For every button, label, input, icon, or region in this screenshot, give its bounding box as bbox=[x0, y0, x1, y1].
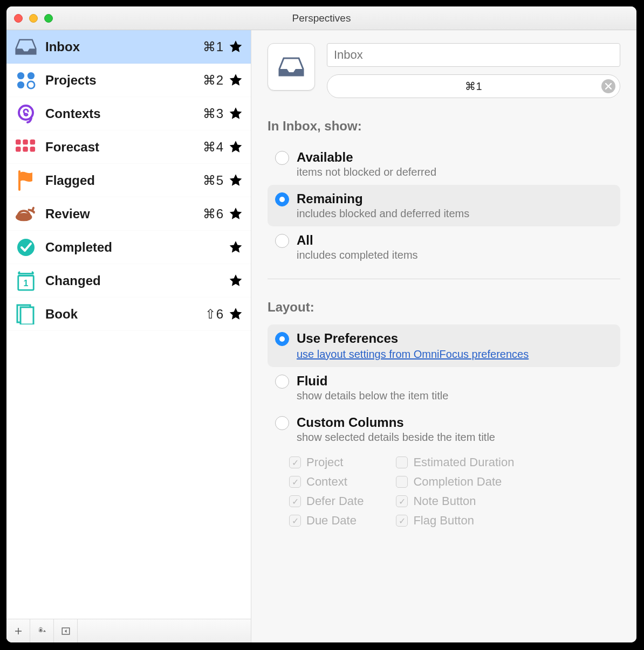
column-checkbox-flag-button[interactable]: Flag Button bbox=[396, 514, 514, 528]
perspective-item-inbox[interactable]: Inbox ⌘1 bbox=[6, 30, 251, 64]
review-icon bbox=[14, 203, 38, 225]
favorite-star-icon[interactable] bbox=[228, 39, 243, 54]
checkbox-label: Completion Date bbox=[413, 475, 502, 489]
checkbox-label: Defer Date bbox=[306, 494, 364, 508]
radio-button[interactable] bbox=[275, 192, 289, 206]
svg-rect-6 bbox=[23, 139, 28, 144]
option-desc: show selected details beside the item ti… bbox=[297, 431, 495, 444]
favorite-star-icon[interactable] bbox=[228, 73, 243, 88]
add-perspective-button[interactable] bbox=[6, 619, 30, 642]
inbox-icon bbox=[14, 36, 38, 58]
checkbox-label: Flag Button bbox=[413, 514, 474, 528]
perspective-item-completed[interactable]: Completed bbox=[6, 231, 251, 264]
column-checkbox-due-date[interactable]: Due Date bbox=[289, 514, 364, 528]
perspectives-window: Perspectives Inbox ⌘1 Projects ⌘2 Contex… bbox=[6, 6, 636, 642]
perspective-item-projects[interactable]: Projects ⌘2 bbox=[6, 64, 251, 97]
option-desc: items not blocked or deferred bbox=[297, 166, 436, 178]
favorite-star-icon[interactable] bbox=[228, 173, 243, 188]
svg-point-13 bbox=[17, 239, 35, 256]
layout-option-custom-columns[interactable]: Custom Columnsshow selected details besi… bbox=[268, 409, 620, 450]
show-option-all[interactable]: All includes completed items bbox=[268, 226, 620, 268]
radio-button[interactable] bbox=[275, 375, 289, 389]
perspective-item-label: Review bbox=[45, 206, 203, 222]
favorite-star-icon[interactable] bbox=[228, 307, 243, 322]
option-desc: includes blocked and deferred items bbox=[297, 208, 469, 220]
svg-rect-17 bbox=[20, 307, 33, 324]
layout-option-use-preferences[interactable]: Use Preferencesuse layout settings from … bbox=[268, 324, 620, 367]
inbox-icon bbox=[278, 56, 304, 78]
changed-icon: 1 bbox=[14, 270, 38, 292]
checkbox-label: Estimated Duration bbox=[413, 455, 514, 469]
checkbox-label: Project bbox=[306, 455, 343, 469]
favorite-star-icon[interactable] bbox=[228, 106, 243, 121]
shortcut-value: ⌘1 bbox=[465, 80, 482, 93]
forecast-icon bbox=[14, 136, 38, 158]
checkbox-icon bbox=[289, 515, 301, 527]
perspective-item-shortcut: ⌘2 bbox=[203, 73, 224, 88]
option-title: Remaining bbox=[297, 191, 469, 206]
option-link[interactable]: use layout settings from OmniFocus prefe… bbox=[297, 348, 529, 361]
radio-button[interactable] bbox=[275, 332, 289, 346]
checkbox-icon bbox=[396, 476, 408, 488]
divider bbox=[268, 279, 620, 279]
checkbox-label: Note Button bbox=[413, 494, 476, 508]
contexts-icon bbox=[14, 103, 38, 125]
perspective-item-label: Completed bbox=[45, 240, 224, 255]
svg-rect-10 bbox=[30, 147, 36, 152]
perspective-item-flagged[interactable]: Flagged ⌘5 bbox=[6, 164, 251, 197]
show-section-title: In Inbox, show: bbox=[268, 119, 620, 134]
svg-rect-5 bbox=[16, 139, 21, 144]
option-title: Custom Columns bbox=[297, 415, 495, 430]
radio-button[interactable] bbox=[275, 151, 289, 165]
collapse-sidebar-button[interactable] bbox=[54, 619, 78, 642]
sidebar-toolbar bbox=[6, 619, 251, 642]
clear-shortcut-button[interactable] bbox=[601, 79, 615, 93]
shortcut-field[interactable]: ⌘1 bbox=[327, 74, 620, 98]
svg-point-3 bbox=[28, 81, 35, 88]
option-desc: includes completed items bbox=[297, 249, 418, 261]
show-option-available[interactable]: Available items not blocked or deferred bbox=[268, 143, 620, 185]
checkbox-icon bbox=[289, 457, 301, 468]
option-desc: show details below the item title bbox=[297, 390, 448, 402]
radio-button[interactable] bbox=[275, 234, 289, 248]
column-checkbox-project[interactable]: Project bbox=[289, 455, 364, 469]
svg-rect-8 bbox=[16, 147, 21, 152]
column-checkbox-estimated-duration[interactable]: Estimated Duration bbox=[396, 455, 514, 469]
projects-icon bbox=[14, 70, 38, 91]
perspective-item-forecast[interactable]: Forecast ⌘4 bbox=[6, 130, 251, 164]
column-checkbox-context[interactable]: Context bbox=[289, 475, 364, 489]
svg-rect-9 bbox=[23, 147, 28, 152]
perspective-item-label: Projects bbox=[45, 73, 203, 88]
column-checkbox-completion-date[interactable]: Completion Date bbox=[396, 475, 514, 489]
perspective-item-label: Book bbox=[45, 307, 205, 322]
action-menu-button[interactable] bbox=[30, 619, 54, 642]
perspective-name-input[interactable] bbox=[327, 43, 620, 67]
perspective-item-review[interactable]: Review ⌘6 bbox=[6, 197, 251, 231]
column-checkbox-note-button[interactable]: Note Button bbox=[396, 494, 514, 508]
favorite-star-icon[interactable] bbox=[228, 273, 243, 288]
favorite-star-icon[interactable] bbox=[228, 240, 243, 255]
checkbox-icon bbox=[396, 495, 408, 507]
favorite-star-icon[interactable] bbox=[228, 206, 243, 222]
radio-button[interactable] bbox=[275, 416, 289, 430]
option-title: Fluid bbox=[297, 374, 448, 389]
checkbox-icon bbox=[289, 476, 301, 488]
perspective-item-shortcut: ⌘4 bbox=[203, 140, 224, 155]
perspective-icon-button[interactable] bbox=[268, 43, 315, 91]
show-option-remaining[interactable]: Remaining includes blocked and deferred … bbox=[268, 185, 620, 226]
checkbox-label: Context bbox=[306, 475, 347, 489]
svg-point-1 bbox=[28, 72, 35, 79]
option-title: Available bbox=[297, 150, 436, 165]
flagged-icon bbox=[14, 170, 38, 191]
perspective-item-label: Forecast bbox=[45, 140, 203, 155]
perspective-item-changed[interactable]: 1 Changed bbox=[6, 264, 251, 298]
favorite-star-icon[interactable] bbox=[228, 140, 243, 155]
perspective-item-shortcut: ⇧6 bbox=[205, 307, 224, 322]
layout-option-fluid[interactable]: Fluidshow details below the item title bbox=[268, 367, 620, 409]
svg-point-0 bbox=[17, 72, 24, 79]
perspective-item-contexts[interactable]: Contexts ⌘3 bbox=[6, 97, 251, 130]
perspective-item-book[interactable]: Book ⇧6 bbox=[6, 298, 251, 331]
column-checkbox-defer-date[interactable]: Defer Date bbox=[289, 494, 364, 508]
option-title: Use Preferences bbox=[297, 331, 529, 346]
perspective-item-label: Inbox bbox=[45, 39, 203, 54]
